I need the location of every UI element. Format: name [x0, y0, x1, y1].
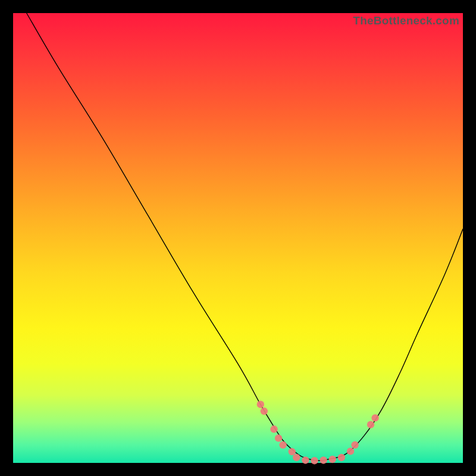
- bottleneck-curve: [27, 13, 463, 461]
- curve-marker: [261, 408, 268, 415]
- curve-marker: [320, 456, 327, 464]
- curve-marker: [270, 425, 277, 433]
- curve-marker: [279, 441, 286, 449]
- curve-marker: [311, 457, 318, 464]
- chart-plot-area: TheBottleneck.com: [13, 13, 463, 463]
- curve-marker: [371, 414, 378, 421]
- curve-marker: [367, 421, 374, 428]
- curve-marker: [329, 456, 336, 463]
- curve-marker: [289, 448, 296, 455]
- curve-marker: [347, 447, 354, 455]
- curve-marker: [351, 441, 358, 449]
- curve-marker: [293, 454, 300, 461]
- curve-markers: [257, 401, 379, 465]
- curve-marker: [257, 401, 264, 408]
- chart-svg: [13, 13, 463, 463]
- curve-marker: [275, 434, 282, 441]
- curve-marker: [338, 454, 345, 461]
- chart-frame: TheBottleneck.com: [0, 0, 476, 476]
- curve-marker: [302, 456, 309, 464]
